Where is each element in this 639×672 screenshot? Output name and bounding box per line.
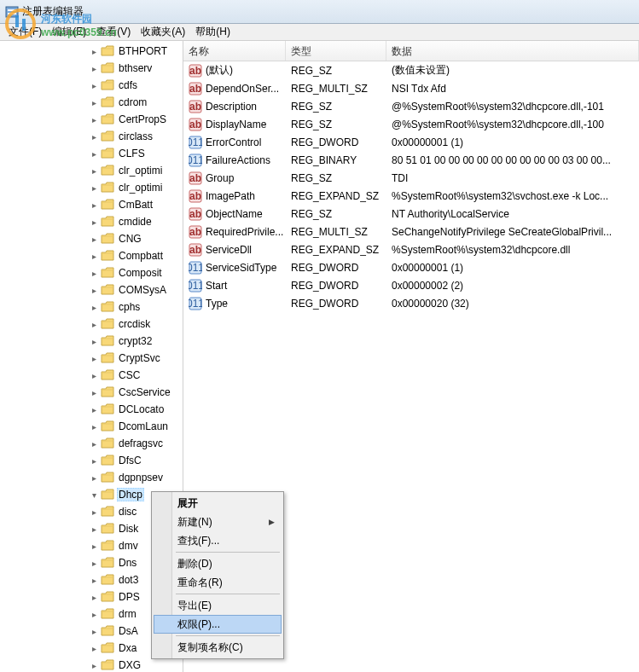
ctx-permissions[interactable]: 权限(P)...	[154, 615, 282, 634]
ctx-export[interactable]: 导出(E)	[154, 596, 282, 615]
tree-item[interactable]: ▸Compbatt	[0, 247, 183, 264]
tree-expander-icon[interactable]: ▸	[89, 148, 99, 159]
tree-expander-icon[interactable]: ▸	[89, 626, 99, 636]
tree-item[interactable]: ▸CmBatt	[0, 196, 183, 213]
tree-item[interactable]: ▸DfsC	[0, 452, 183, 469]
tree-item[interactable]: ▸BTHPORT	[0, 43, 183, 60]
menu-view[interactable]: 查看(V)	[91, 23, 136, 41]
tree-expander-icon[interactable]: ▸	[89, 319, 99, 329]
tree-expander-icon[interactable]: ▸	[89, 660, 99, 670]
tree-expander-icon[interactable]: ▸	[89, 438, 99, 449]
tree-expander-icon[interactable]: ▸	[89, 524, 99, 534]
value-row[interactable]: abDescriptionREG_SZ@%SystemRoot%\system3…	[183, 97, 639, 115]
ctx-new[interactable]: 新建(N)▶	[154, 513, 282, 531]
value-row[interactable]: abRequiredPrivile...REG_MULTI_SZSeChange…	[183, 223, 639, 240]
value-row[interactable]: abImagePathREG_EXPAND_SZ%SystemRoot%\sys…	[183, 187, 639, 205]
tree-item[interactable]: ▸bthserv	[0, 60, 183, 77]
tree-expander-icon[interactable]: ▸	[89, 234, 99, 244]
value-row[interactable]: 011ServiceSidTypeREG_DWORD0x00000001 (1)	[183, 258, 639, 276]
col-header-name[interactable]: 名称	[183, 41, 286, 61]
tree-item[interactable]: ▸CscService	[0, 384, 183, 401]
tree-expander-icon[interactable]: ▸	[89, 507, 99, 517]
tree-expander-icon[interactable]: ▸	[89, 200, 99, 210]
tree-expander-icon[interactable]: ▸	[89, 643, 99, 653]
tree-item-label: clr_optimi	[117, 181, 164, 194]
tree-expander-icon[interactable]: ▸	[89, 575, 99, 585]
value-row[interactable]: ab(默认)REG_SZ(数值未设置)	[183, 61, 639, 79]
tree-expander-icon[interactable]: ▸	[89, 472, 99, 483]
tree-expander-icon[interactable]: ▸	[89, 80, 99, 90]
tree-item[interactable]: ▸Composit	[0, 264, 183, 281]
tree-expander-icon[interactable]: ▸	[89, 182, 99, 193]
value-row[interactable]: abObjectNameREG_SZNT Authority\LocalServ…	[183, 205, 639, 223]
tree-expander-icon[interactable]: ▸	[89, 370, 99, 380]
tree-item[interactable]: ▸cdfs	[0, 77, 183, 94]
tree-expander-icon[interactable]: ▾	[89, 490, 99, 500]
tree-expander-icon[interactable]: ▸	[89, 251, 99, 261]
tree-expander-icon[interactable]: ▸	[89, 131, 99, 142]
value-row[interactable]: 011ErrorControlREG_DWORD0x00000001 (1)	[183, 133, 639, 151]
tree-item[interactable]: ▸clr_optimi	[0, 162, 183, 179]
tree-item[interactable]: ▸DCLocato	[0, 401, 183, 418]
tree-item[interactable]: ▸defragsvc	[0, 435, 183, 452]
value-row[interactable]: abGroupREG_SZTDI	[183, 169, 639, 187]
value-row[interactable]: abDependOnSer...REG_MULTI_SZNSI Tdx Afd	[183, 79, 639, 97]
tree-item[interactable]: ▸CNG	[0, 230, 183, 247]
tree-item[interactable]: ▸clr_optimi	[0, 179, 183, 196]
tree-expander-icon[interactable]: ▸	[89, 387, 99, 397]
tree-expander-icon[interactable]: ▸	[89, 46, 99, 56]
menu-help[interactable]: 帮助(H)	[190, 23, 235, 41]
value-type-cell: REG_BINARY	[286, 153, 386, 168]
value-row[interactable]: abDisplayNameREG_SZ@%SystemRoot%\system3…	[183, 115, 639, 133]
tree-item[interactable]: ▸CertPropS	[0, 111, 183, 128]
ctx-copyname[interactable]: 复制项名称(C)	[154, 638, 282, 657]
menu-file[interactable]: 文件(F)	[3, 23, 47, 41]
tree-expander-icon[interactable]: ▸	[89, 609, 99, 619]
tree-expander-icon[interactable]: ▸	[89, 165, 99, 176]
tree-expander-icon[interactable]: ▸	[89, 285, 99, 295]
col-header-data[interactable]: 数据	[386, 41, 639, 61]
tree-item[interactable]: ▸circlass	[0, 128, 183, 145]
tree-expander-icon[interactable]: ▸	[89, 541, 99, 551]
ctx-find[interactable]: 查找(F)...	[154, 531, 282, 550]
tree-item[interactable]: ▸crcdisk	[0, 316, 183, 333]
ctx-delete[interactable]: 删除(D)	[154, 554, 282, 573]
tree-expander-icon[interactable]: ▸	[89, 353, 99, 363]
tree-item[interactable]: ▸cmdide	[0, 213, 183, 230]
tree-item[interactable]: ▸CryptSvc	[0, 350, 183, 367]
svg-text:ab: ab	[189, 190, 201, 202]
value-row[interactable]: 011TypeREG_DWORD0x00000020 (32)	[183, 294, 639, 312]
tree-expander-icon[interactable]: ▸	[89, 114, 99, 125]
tree-expander-icon[interactable]: ▸	[89, 455, 99, 466]
ctx-expand[interactable]: 展开	[154, 494, 282, 513]
tree-item[interactable]: ▸dgpnpsev	[0, 469, 183, 486]
tree-expander-icon[interactable]: ▸	[89, 421, 99, 432]
tree-item[interactable]: ▸cdrom	[0, 94, 183, 111]
menu-favorites[interactable]: 收藏夹(A)	[136, 23, 190, 41]
tree-item[interactable]: ▸CSC	[0, 367, 183, 384]
values-list[interactable]: ab(默认)REG_SZ(数值未设置)abDependOnSer...REG_M…	[183, 61, 639, 312]
tree-expander-icon[interactable]: ▸	[89, 302, 99, 312]
col-header-type[interactable]: 类型	[286, 41, 386, 61]
value-row[interactable]: abServiceDllREG_EXPAND_SZ%SystemRoot%\sy…	[183, 240, 639, 258]
tree-item[interactable]: ▸cphs	[0, 298, 183, 316]
value-row[interactable]: 011FailureActionsREG_BINARY80 51 01 00 0…	[183, 151, 639, 169]
tree-item[interactable]: ▸crypt32	[0, 333, 183, 350]
tree-expander-icon[interactable]: ▸	[89, 336, 99, 346]
svg-rect-1	[8, 9, 16, 11]
tree-expander-icon[interactable]: ▸	[89, 217, 99, 227]
ctx-separator	[176, 635, 280, 636]
tree-item[interactable]: ▸CLFS	[0, 145, 183, 162]
tree-expander-icon[interactable]: ▸	[89, 97, 99, 107]
tree-expander-icon[interactable]: ▸	[89, 558, 99, 568]
value-row[interactable]: 011StartREG_DWORD0x00000002 (2)	[183, 276, 639, 294]
tree-expander-icon[interactable]: ▸	[89, 268, 99, 278]
tree-expander-icon[interactable]: ▸	[89, 63, 99, 73]
menubar: 文件(F) 编辑(E) 查看(V) 收藏夹(A) 帮助(H)	[0, 24, 639, 41]
tree-expander-icon[interactable]: ▸	[89, 404, 99, 414]
tree-expander-icon[interactable]: ▸	[89, 592, 99, 602]
tree-item[interactable]: ▸COMSysA	[0, 281, 183, 298]
ctx-rename[interactable]: 重命名(R)	[154, 573, 282, 592]
menu-edit[interactable]: 编辑(E)	[47, 23, 91, 41]
tree-item[interactable]: ▸DcomLaun	[0, 418, 183, 435]
